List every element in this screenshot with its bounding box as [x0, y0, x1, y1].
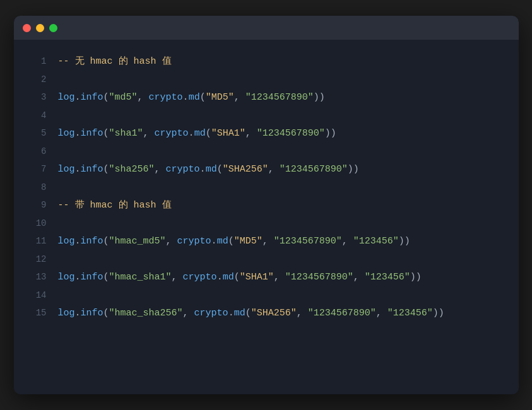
line-number: 2: [29, 71, 47, 88]
line-7: 7log.info("sha256", crypto.md("SHA256", …: [14, 160, 519, 179]
titlebar: [14, 16, 519, 40]
line-number: 3: [29, 88, 47, 106]
line-number: 13: [29, 268, 47, 286]
line-number: 8: [29, 179, 47, 196]
line-1: 1-- 无 hmac 的 hash 值: [14, 52, 519, 71]
line-number: 11: [29, 232, 47, 250]
line-number: 7: [29, 160, 47, 178]
line-content: log.info("sha256", crypto.md("SHA256", "…: [58, 161, 359, 179]
line-content: log.info("sha1", crypto.md("SHA1", "1234…: [58, 125, 336, 143]
line-number: 4: [29, 107, 47, 124]
line-15: 15log.info("hmac_sha256", crypto.md("SHA…: [14, 304, 519, 322]
line-9: 9-- 带 hmac 的 hash 值: [14, 196, 519, 214]
line-11: 11log.info("hmac_md5", crypto.md("MD5", …: [14, 232, 519, 250]
line-number: 1: [29, 52, 47, 70]
line-3: 3log.info("md5", crypto.md("MD5", "12345…: [14, 88, 519, 107]
line-10: 10: [14, 214, 519, 232]
code-window: 1-- 无 hmac 的 hash 值23log.info("md5", cry…: [14, 16, 519, 394]
line-number: 15: [29, 304, 47, 322]
line-number: 6: [29, 143, 47, 160]
line-content: -- 带 hmac 的 hash 值: [58, 197, 172, 214]
line-12: 12: [14, 250, 519, 268]
line-4: 4: [14, 107, 519, 124]
line-13: 13log.info("hmac_sha1", crypto.md("SHA1"…: [14, 268, 519, 286]
line-8: 8: [14, 179, 519, 196]
line-5: 5log.info("sha1", crypto.md("SHA1", "123…: [14, 124, 519, 143]
line-content: log.info("hmac_md5", crypto.md("MD5", "1…: [58, 233, 410, 250]
line-number: 10: [29, 214, 47, 232]
line-number: 9: [29, 196, 47, 214]
line-content: log.info("md5", crypto.md("MD5", "123456…: [58, 89, 325, 107]
minimize-button[interactable]: [36, 24, 44, 32]
close-button[interactable]: [23, 24, 31, 32]
line-content: log.info("hmac_sha256", crypto.md("SHA25…: [58, 305, 444, 322]
line-content: -- 无 hmac 的 hash 值: [58, 53, 172, 71]
line-14: 14: [14, 286, 519, 304]
line-6: 6: [14, 143, 519, 160]
line-number: 14: [29, 286, 47, 304]
maximize-button[interactable]: [49, 24, 57, 32]
line-number: 5: [29, 124, 47, 142]
code-area[interactable]: 1-- 无 hmac 的 hash 值23log.info("md5", cry…: [14, 40, 519, 394]
line-number: 12: [29, 250, 47, 268]
line-content: log.info("hmac_sha1", crypto.md("SHA1", …: [58, 269, 422, 286]
line-2: 2: [14, 71, 519, 88]
